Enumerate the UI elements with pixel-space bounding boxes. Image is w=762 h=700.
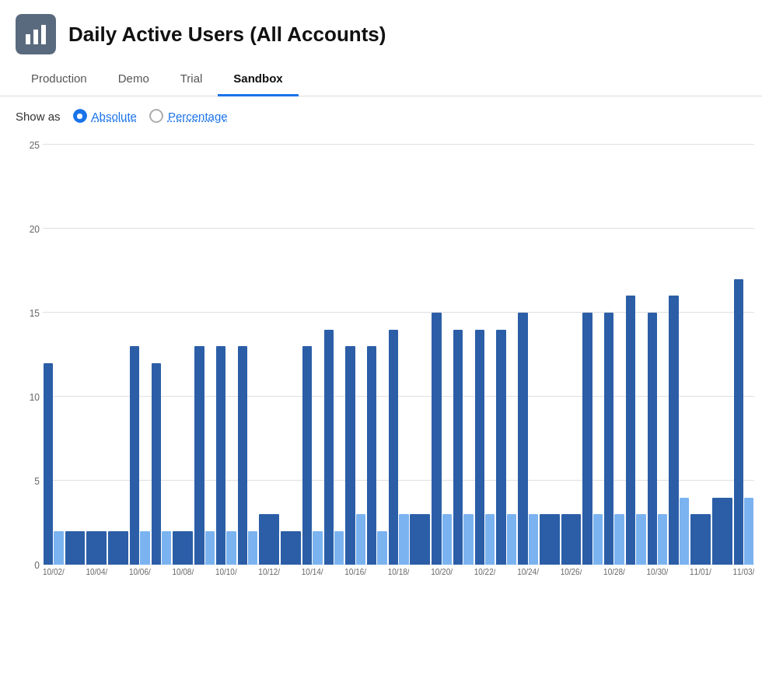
bar-dark xyxy=(86,531,107,565)
bar-light xyxy=(463,514,473,565)
y-label-5: 5 xyxy=(34,476,40,487)
tab-demo[interactable]: Demo xyxy=(103,64,165,96)
bar-light xyxy=(593,514,603,565)
x-label-11/01/2020: 11/01/2020 xyxy=(690,565,711,596)
bar-group xyxy=(366,145,388,565)
percentage-radio[interactable] xyxy=(149,109,163,123)
bar-dark xyxy=(496,330,505,565)
bar-dark xyxy=(604,313,613,565)
app-icon xyxy=(16,14,56,54)
bar-dark xyxy=(453,330,463,565)
x-label-10/05/2020 xyxy=(107,565,129,596)
show-as-label: Show as xyxy=(16,110,61,123)
x-label-10/07/2020 xyxy=(151,565,173,596)
y-label-0: 0 xyxy=(34,560,40,571)
x-label-10/02/2020: 10/02/2020 xyxy=(43,565,65,596)
bar-dark xyxy=(194,346,204,565)
bar-dark xyxy=(302,346,312,565)
bar-group xyxy=(690,145,711,565)
bar-group xyxy=(647,145,669,565)
absolute-option[interactable]: Absolute xyxy=(73,109,137,123)
bar-light xyxy=(162,531,171,565)
bar-dark xyxy=(389,330,398,565)
bar-dark xyxy=(324,330,334,565)
x-label-10/20/2020: 10/20/2020 xyxy=(431,565,453,596)
bar-group xyxy=(129,145,151,565)
bar-group xyxy=(561,145,582,565)
bar-dark xyxy=(475,330,484,565)
percentage-label: Percentage xyxy=(168,110,228,123)
bar-dark xyxy=(152,363,161,565)
y-label-10: 10 xyxy=(30,392,40,403)
bar-group xyxy=(388,145,410,565)
y-label-15: 15 xyxy=(30,308,40,319)
x-label-10/09/2020 xyxy=(194,565,215,596)
absolute-radio[interactable] xyxy=(73,109,87,123)
bar-dark xyxy=(518,313,527,565)
bar-group xyxy=(107,145,129,565)
bar-dark xyxy=(626,296,635,565)
bar-group xyxy=(280,145,302,565)
bar-group xyxy=(86,145,107,565)
absolute-label: Absolute xyxy=(92,110,137,123)
x-label-10/24/2020: 10/24/2020 xyxy=(517,565,539,596)
show-as-row: Show as Absolute Percentage xyxy=(0,96,762,129)
bar-light xyxy=(614,514,624,565)
x-label-10/06/2020: 10/06/2020 xyxy=(129,565,151,596)
y-label-25: 25 xyxy=(30,140,40,151)
bar-group xyxy=(302,145,323,565)
tab-production[interactable]: Production xyxy=(16,64,103,96)
x-label-10/16/2020: 10/16/2020 xyxy=(344,565,366,596)
page-header: Daily Active Users (All Accounts) xyxy=(0,0,762,64)
bar-dark xyxy=(561,514,582,565)
bar-group xyxy=(603,145,625,565)
bar-dark xyxy=(669,296,678,565)
bar-group xyxy=(668,145,690,565)
bar-group xyxy=(582,145,603,565)
bar-dark xyxy=(367,346,376,565)
svg-rect-2 xyxy=(41,25,46,44)
bar-light xyxy=(507,514,516,565)
bar-group xyxy=(65,145,86,565)
bar-dark xyxy=(216,346,225,565)
bar-group xyxy=(625,145,647,565)
bar-dark xyxy=(108,531,128,565)
x-label-10/18/2020: 10/18/2020 xyxy=(388,565,410,596)
x-label-10/19/2020 xyxy=(409,565,431,596)
bar-dark xyxy=(65,531,86,565)
x-label-11/02/2020 xyxy=(711,565,733,596)
bar-dark xyxy=(690,514,711,565)
x-label-10/23/2020 xyxy=(495,565,517,596)
bar-light xyxy=(529,514,538,565)
bar-group xyxy=(43,145,65,565)
bar-light xyxy=(313,531,322,565)
bar-light xyxy=(744,498,753,565)
bar-chart-icon xyxy=(23,22,48,47)
tab-trial[interactable]: Trial xyxy=(165,64,218,96)
bar-group xyxy=(539,145,561,565)
bar-dark xyxy=(259,514,279,565)
bar-light xyxy=(485,514,495,565)
x-label-10/22/2020: 10/22/2020 xyxy=(474,565,496,596)
x-label-10/13/2020 xyxy=(280,565,302,596)
x-label-10/15/2020 xyxy=(323,565,345,596)
tabs-bar: Production Demo Trial Sandbox xyxy=(0,64,762,96)
bar-light xyxy=(205,531,215,565)
chart-area: 0510152025 10/02/202010/04/202010/06/202… xyxy=(0,129,762,642)
bar-light xyxy=(442,514,452,565)
x-label-10/21/2020 xyxy=(453,565,474,596)
bar-light xyxy=(356,514,365,565)
page-title: Daily Active Users (All Accounts) xyxy=(68,23,386,47)
x-label-10/10/2020: 10/10/2020 xyxy=(215,565,237,596)
bar-group xyxy=(517,145,539,565)
bar-dark xyxy=(432,313,441,565)
x-label-10/25/2020 xyxy=(539,565,561,596)
bar-group xyxy=(495,145,517,565)
x-label-10/26/2020: 10/26/2020 xyxy=(561,565,582,596)
percentage-option[interactable]: Percentage xyxy=(149,109,228,123)
tab-sandbox[interactable]: Sandbox xyxy=(218,64,298,96)
bar-dark xyxy=(582,313,592,565)
bar-dark xyxy=(238,346,247,565)
bar-light xyxy=(377,531,386,565)
bar-dark xyxy=(44,363,53,565)
